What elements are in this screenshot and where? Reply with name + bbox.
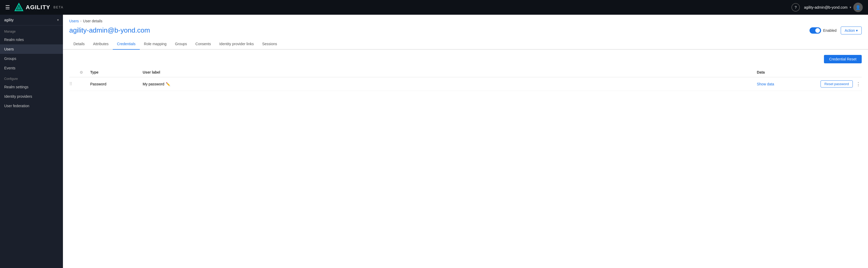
breadcrumb-current: User details <box>83 19 102 23</box>
logo-icon <box>14 3 24 12</box>
page-header-actions: Enabled Action ▾ <box>809 27 862 34</box>
configure-section-label: Configure <box>0 73 63 82</box>
toggle-thumb <box>815 28 820 33</box>
more-options-button[interactable]: ⋮ <box>855 81 862 87</box>
content-top-bar: Credential Reset <box>69 55 862 63</box>
col-label-header: User label <box>143 70 757 74</box>
user-menu[interactable]: agility-admin@b-yond.com ▾ 👤 <box>804 3 863 12</box>
tab-sessions[interactable]: Sessions <box>258 40 281 50</box>
table-row: ⠿ Password My password ✏️ Show data <box>69 77 862 91</box>
realm-selector[interactable]: agility ▾ <box>0 15 63 26</box>
enabled-label: Enabled <box>823 28 837 33</box>
sidebar-item-realm-roles-label: Realm roles <box>4 37 24 42</box>
page-header: agility-admin@b-yond.com Enabled Action … <box>63 25 868 34</box>
logo-text: AGILITY <box>26 4 50 11</box>
breadcrumb-separator: › <box>81 19 82 23</box>
col-info-header: ⊙ <box>80 70 90 74</box>
sidebar-item-events[interactable]: Events <box>0 63 63 73</box>
show-data-link[interactable]: Show data <box>757 82 774 86</box>
manage-section-label: Manage <box>0 26 63 35</box>
credential-user-label: My password ✏️ <box>143 82 757 86</box>
logo-beta: BETA <box>54 5 63 9</box>
sidebar-item-realm-settings[interactable]: Realm settings <box>0 82 63 92</box>
tab-groups[interactable]: Groups <box>171 40 191 50</box>
breadcrumb: Users › User details <box>63 15 868 25</box>
credentials-table: ⊙ Type User label Data ⠿ Password <box>69 68 862 91</box>
sidebar-item-user-federation[interactable]: User federation <box>0 101 63 111</box>
action-button[interactable]: Action ▾ <box>841 27 862 34</box>
sidebar-item-groups-label: Groups <box>4 56 16 61</box>
sidebar-item-users[interactable]: Users <box>0 45 63 54</box>
sidebar-item-groups[interactable]: Groups <box>0 54 63 63</box>
user-menu-chevron-icon: ▾ <box>850 5 851 9</box>
drag-dots-icon: ⠿ <box>69 82 72 86</box>
topnav: ☰ AGILITY BETA ? agility-admin@b-yond.co… <box>0 0 868 15</box>
tab-identity-provider-links[interactable]: Identity provider links <box>215 40 258 50</box>
sidebar-item-events-label: Events <box>4 66 16 70</box>
sidebar-item-realm-roles[interactable]: Realm roles <box>0 35 63 45</box>
action-button-label: Action <box>845 28 855 33</box>
tabs: Details Attributes Credentials Role mapp… <box>63 36 868 50</box>
credential-data: Show data <box>757 82 809 86</box>
sidebar: agility ▾ Manage Realm roles Users Group… <box>0 15 63 268</box>
action-button-chevron-icon: ▾ <box>856 28 858 33</box>
credentials-content: Credential Reset ⊙ Type User label Data <box>63 50 868 268</box>
realm-chevron-icon: ▾ <box>57 18 59 22</box>
tab-attributes[interactable]: Attributes <box>89 40 113 50</box>
tab-details[interactable]: Details <box>69 40 89 50</box>
sidebar-item-identity-providers-label: Identity providers <box>4 94 32 99</box>
credential-label-text: My password <box>143 82 164 86</box>
layout: agility ▾ Manage Realm roles Users Group… <box>0 15 868 268</box>
enabled-toggle-wrapper: Enabled <box>809 27 837 34</box>
credential-row-actions: Reset password ⋮ <box>809 80 862 87</box>
enabled-toggle[interactable] <box>809 27 821 34</box>
avatar: 👤 <box>853 3 863 12</box>
sidebar-item-users-label: Users <box>4 47 14 51</box>
table-header-row: ⊙ Type User label Data <box>69 68 862 77</box>
hamburger-menu-button[interactable]: ☰ <box>5 4 10 10</box>
sidebar-item-realm-settings-label: Realm settings <box>4 85 29 89</box>
help-button[interactable]: ? <box>792 3 800 11</box>
sidebar-item-identity-providers[interactable]: Identity providers <box>0 92 63 101</box>
edit-label-icon[interactable]: ✏️ <box>166 82 170 86</box>
credential-type: Password <box>90 82 143 86</box>
col-type-header: Type <box>90 70 143 74</box>
info-icon[interactable]: ⊙ <box>80 70 83 74</box>
sidebar-item-user-federation-label: User federation <box>4 104 29 108</box>
tab-role-mapping[interactable]: Role mapping <box>140 40 171 50</box>
user-email: agility-admin@b-yond.com <box>804 5 847 9</box>
logo: AGILITY BETA <box>14 3 63 12</box>
breadcrumb-users-link[interactable]: Users <box>69 19 79 23</box>
realm-name: agility <box>4 18 13 22</box>
col-data-header: Data <box>757 70 809 74</box>
tab-credentials[interactable]: Credentials <box>113 40 140 50</box>
main-content: Users › User details agility-admin@b-yon… <box>63 15 868 268</box>
page-title: agility-admin@b-yond.com <box>69 26 150 34</box>
reset-password-button[interactable]: Reset password <box>820 80 853 87</box>
credential-reset-button[interactable]: Credential Reset <box>824 55 862 63</box>
tab-consents[interactable]: Consents <box>191 40 215 50</box>
drag-handle[interactable]: ⠿ <box>69 81 80 86</box>
